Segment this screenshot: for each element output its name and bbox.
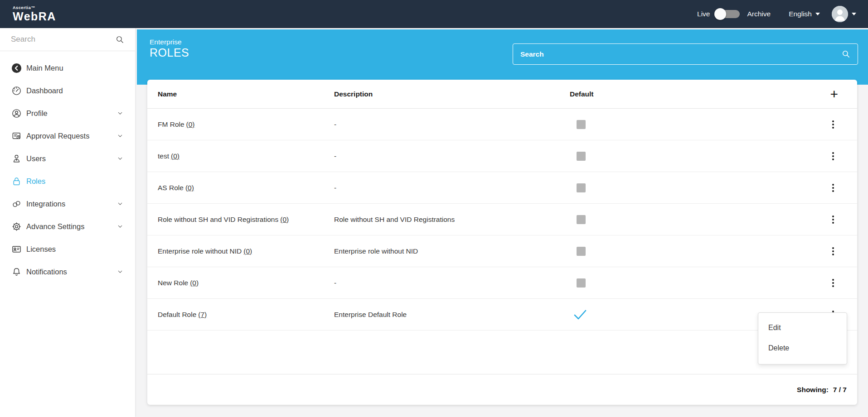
role-name: New Role bbox=[158, 279, 188, 287]
chevron-down-icon bbox=[117, 110, 123, 116]
approval-requests-icon bbox=[11, 131, 22, 141]
table-empty-space bbox=[147, 331, 857, 374]
roles-search bbox=[513, 43, 858, 65]
role-count-link[interactable]: (0) bbox=[186, 120, 195, 128]
role-name-cell: Default Role(7) bbox=[158, 311, 334, 319]
row-actions-kebab-icon[interactable] bbox=[829, 213, 837, 226]
table-row: test(0) - bbox=[147, 140, 857, 172]
table-header-row: Name Description Default + bbox=[147, 80, 857, 109]
role-description: - bbox=[334, 152, 570, 160]
sidebar-item-roles[interactable]: Roles bbox=[0, 170, 135, 192]
role-name-cell: test(0) bbox=[158, 152, 334, 160]
search-icon bbox=[116, 35, 124, 44]
sidebar-item-main-menu[interactable]: Main Menu bbox=[0, 57, 135, 79]
roles-table-card: Name Description Default + FM Role(0) - … bbox=[147, 80, 857, 405]
chevron-down-icon bbox=[117, 223, 123, 230]
sidebar-search-input[interactable] bbox=[11, 35, 116, 44]
row-actions-kebab-icon[interactable] bbox=[829, 149, 837, 163]
archive-label: Archive bbox=[747, 10, 771, 18]
sidebar-item-label: Licenses bbox=[26, 245, 56, 254]
role-name-cell: Role without SH and VID Registrations(0) bbox=[158, 216, 334, 224]
sidebar-item-label: Roles bbox=[26, 177, 45, 186]
link-icon bbox=[11, 199, 22, 209]
role-count-link[interactable]: (0) bbox=[171, 152, 179, 160]
app-logo: Ascertia™ WebRA bbox=[13, 6, 56, 22]
gear-icon bbox=[11, 221, 22, 232]
sidebar-item-label: Notifications bbox=[26, 268, 67, 276]
role-name-cell: Enterprise role without NID(0) bbox=[158, 247, 334, 255]
sidebar-item-label: Dashboard bbox=[26, 86, 63, 95]
row-context-menu: Edit Delete bbox=[758, 312, 847, 364]
default-checkbox[interactable] bbox=[577, 152, 586, 161]
sidebar-item-licenses[interactable]: Licenses bbox=[0, 238, 135, 260]
role-count-link[interactable]: (0) bbox=[185, 184, 194, 192]
chevron-down-icon bbox=[117, 155, 123, 162]
table-row: Role without SH and VID Registrations(0)… bbox=[147, 204, 857, 235]
default-checkmark-icon[interactable] bbox=[573, 309, 587, 320]
column-header-description: Description bbox=[334, 90, 570, 98]
role-description: - bbox=[334, 184, 570, 192]
language-dropdown[interactable]: English bbox=[789, 10, 820, 18]
role-count-link[interactable]: (0) bbox=[190, 279, 199, 287]
role-description: Enterprise role without NID bbox=[334, 247, 570, 255]
role-name: Enterprise role without NID bbox=[158, 247, 242, 255]
role-count-link[interactable]: (0) bbox=[243, 247, 252, 255]
default-checkbox[interactable] bbox=[577, 215, 586, 224]
role-description: - bbox=[334, 279, 570, 287]
page-layout: Main Menu Dashboard Profile bbox=[0, 28, 868, 417]
role-count-link[interactable]: (7) bbox=[198, 311, 207, 318]
brand-company: Ascertia™ bbox=[13, 6, 56, 10]
context-menu-edit[interactable]: Edit bbox=[758, 317, 847, 338]
chevron-down-icon bbox=[117, 268, 123, 275]
table-row: Enterprise role without NID(0) Enterpris… bbox=[147, 235, 857, 267]
live-archive-toggle[interactable] bbox=[715, 10, 740, 18]
context-menu-delete[interactable]: Delete bbox=[758, 338, 847, 358]
roles-search-input[interactable] bbox=[520, 50, 842, 58]
column-header-default: Default bbox=[570, 90, 778, 98]
page-subtitle: Enterprise bbox=[150, 38, 189, 46]
add-role-button[interactable]: + bbox=[829, 87, 839, 101]
default-checkbox[interactable] bbox=[577, 120, 586, 129]
table-row: Default Role(7) Enterprise Default Role bbox=[147, 299, 857, 331]
search-icon[interactable] bbox=[842, 50, 850, 58]
sidebar-item-advance-settings[interactable]: Advance Settings bbox=[0, 215, 135, 238]
role-name-cell: New Role(0) bbox=[158, 279, 334, 287]
table-row: AS Role(0) - bbox=[147, 172, 857, 204]
default-checkbox[interactable] bbox=[577, 247, 586, 256]
chevron-down-icon bbox=[815, 13, 820, 15]
table-footer: Showing: 7 / 7 bbox=[147, 374, 857, 405]
live-label: Live bbox=[697, 10, 710, 18]
sidebar-item-profile[interactable]: Profile bbox=[0, 102, 135, 125]
chevron-down-icon bbox=[117, 133, 123, 139]
role-description: - bbox=[334, 120, 570, 129]
sidebar-item-label: Profile bbox=[26, 109, 48, 118]
row-actions-kebab-icon[interactable] bbox=[829, 181, 837, 195]
sidebar-item-notifications[interactable]: Notifications bbox=[0, 260, 135, 283]
user-menu[interactable] bbox=[832, 6, 856, 22]
sidebar-item-users[interactable]: Users bbox=[0, 147, 135, 170]
row-actions-kebab-icon[interactable] bbox=[829, 244, 837, 258]
back-circle-icon bbox=[11, 63, 22, 73]
sidebar-item-label: Advance Settings bbox=[26, 222, 84, 231]
showing-label: Showing: bbox=[797, 386, 829, 394]
sidebar-search bbox=[0, 28, 135, 51]
sidebar: Main Menu Dashboard Profile bbox=[0, 28, 135, 417]
role-name-cell: AS Role(0) bbox=[158, 184, 334, 192]
row-actions-kebab-icon[interactable] bbox=[829, 118, 837, 131]
role-name: Role without SH and VID Registrations bbox=[158, 216, 278, 223]
sidebar-item-dashboard[interactable]: Dashboard bbox=[0, 79, 135, 102]
page-title: ROLES bbox=[150, 46, 189, 59]
chevron-down-icon bbox=[117, 201, 123, 207]
role-description: Role without SH and VID Registrations bbox=[334, 216, 570, 224]
row-actions-kebab-icon[interactable] bbox=[829, 276, 837, 290]
sidebar-item-integrations[interactable]: Integrations bbox=[0, 192, 135, 215]
lock-icon bbox=[11, 176, 22, 187]
profile-icon bbox=[11, 108, 22, 119]
role-count-link[interactable]: (0) bbox=[280, 216, 289, 223]
role-description: Enterprise Default Role bbox=[334, 311, 570, 319]
showing-value: 7 / 7 bbox=[833, 386, 847, 394]
default-checkbox[interactable] bbox=[577, 183, 586, 192]
sidebar-item-approval-requests[interactable]: Approval Requests bbox=[0, 125, 135, 147]
default-checkbox[interactable] bbox=[577, 278, 586, 288]
id-card-icon bbox=[11, 244, 22, 254]
